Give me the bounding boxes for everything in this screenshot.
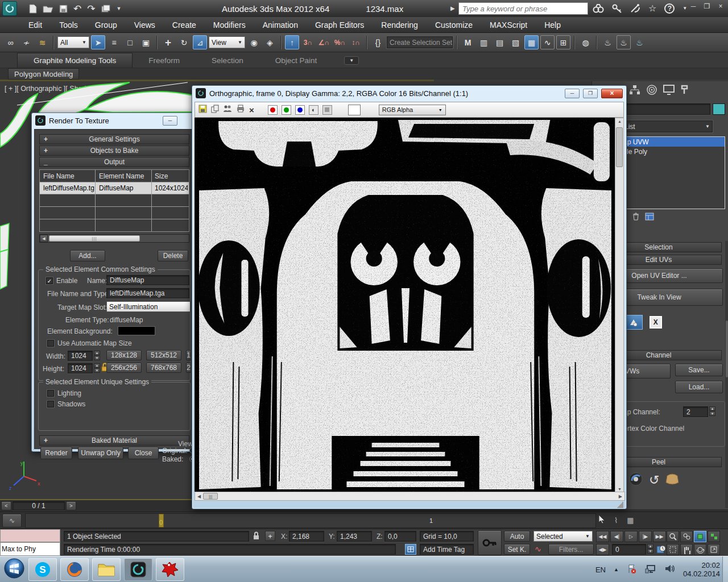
start-button[interactable] (3, 558, 25, 581)
hierarchy-tab-icon[interactable] (628, 84, 641, 98)
toolbar-separator[interactable] (53, 36, 54, 49)
delete-element-button[interactable]: Delete (158, 250, 188, 261)
menu-item[interactable]: MAXScript (490, 20, 527, 30)
unlink-selection-icon[interactable]: ≁ (19, 35, 34, 49)
language-indicator[interactable]: EN (595, 566, 606, 574)
taskbar-firefox-icon[interactable] (60, 558, 89, 581)
menu-item[interactable]: Graph Editors (315, 20, 364, 30)
track-bar-track[interactable]: 0 1 (25, 513, 596, 528)
next-frame-slider-icon[interactable]: > (66, 501, 76, 510)
zoom-extents-icon[interactable] (694, 531, 706, 542)
minimize-window-icon[interactable]: ─ (688, 2, 698, 10)
objects-to-bake-rollout[interactable]: +Objects to Bake (39, 146, 189, 156)
key-pencil-icon[interactable]: ⌇ (614, 516, 618, 525)
set-keys-button[interactable] (478, 530, 502, 555)
volume-icon[interactable] (664, 564, 675, 575)
reference-coordinate-dropdown[interactable]: View (209, 36, 245, 48)
toggle-ribbon-icon[interactable]: ▧ (508, 35, 523, 49)
map-channel-spinner[interactable]: ▲▼ (709, 406, 715, 416)
y-coordinate-field[interactable]: 1,243 (337, 531, 372, 542)
maximize-viewport-icon[interactable] (708, 544, 720, 555)
unwrap-only-button[interactable]: Unwrap Only (78, 447, 123, 459)
configure-modifier-sets-icon[interactable] (645, 213, 654, 223)
rfw-hscroll-thumb[interactable]: ||| (203, 493, 218, 500)
mini-curve-editor-icon[interactable]: ∿ (2, 514, 22, 527)
snap-toggle-3d-icon[interactable]: 3∩ (301, 35, 315, 49)
height-spinner[interactable]: ▲▼ (94, 363, 100, 373)
subscription-key-icon[interactable] (612, 4, 622, 13)
region-zoom-icon[interactable] (667, 544, 679, 555)
default-tangent-icon[interactable]: ∿ (535, 544, 541, 554)
copy-image-icon[interactable] (211, 105, 219, 115)
search-binoculars-icon[interactable] (593, 4, 604, 13)
rendered-image[interactable] (195, 118, 616, 493)
render-production-icon[interactable]: ♨ (632, 35, 647, 49)
menu-item[interactable]: Modifiers (213, 20, 246, 30)
display-tab-icon[interactable] (663, 84, 675, 98)
motion-tab-icon[interactable] (646, 84, 658, 98)
new-file-icon[interactable] (28, 4, 37, 14)
rfw-resize-grip[interactable] (617, 501, 623, 508)
go-to-end-icon[interactable]: ▶▶ (653, 531, 666, 542)
named-selection-set-dropdown[interactable]: Create Selection Set (387, 36, 453, 48)
rfw-vertical-scrollbar[interactable]: ▲ ▼ (615, 118, 624, 493)
selection-lock-icon[interactable] (253, 531, 260, 543)
target-map-slot-dropdown[interactable]: Self-Illumination (106, 301, 191, 312)
current-frame-field[interactable]: 0 (612, 544, 646, 555)
scroll-left-icon[interactable]: ◀ (40, 235, 48, 242)
add-time-tag-field[interactable]: Add Time Tag (420, 544, 474, 555)
viewport-layout-icon[interactable] (405, 544, 416, 555)
ribbon-tab[interactable]: Object Paint (259, 53, 333, 68)
rfw-minimize-icon[interactable]: ─ (565, 89, 580, 98)
blue-channel-icon[interactable] (295, 105, 305, 115)
set-key-button[interactable]: Set K. (504, 544, 530, 555)
favorites-star-icon[interactable]: ☆ (648, 3, 656, 14)
save-image-icon[interactable] (198, 105, 207, 115)
element-background-swatch[interactable] (118, 326, 155, 335)
workspace-dropdown-icon[interactable]: ▼ (117, 6, 122, 11)
select-and-rotate-icon[interactable]: ↻ (177, 35, 191, 49)
zoom-icon[interactable] (667, 531, 679, 542)
taskbar-red-app-icon[interactable] (156, 558, 184, 581)
menu-item[interactable]: Rendering (381, 20, 418, 30)
ribbon-minimize-icon[interactable]: ▼ (344, 56, 359, 65)
quick-peel-mode-icon[interactable] (624, 315, 643, 330)
channel-display-dropdown[interactable]: RGB Alpha ▼ (379, 105, 446, 115)
time-configuration-icon[interactable] (656, 544, 666, 556)
network-icon[interactable] (645, 564, 656, 576)
output-rollout[interactable]: _Output (39, 157, 189, 167)
window-crossing-icon[interactable]: ▣ (139, 35, 153, 49)
width-field[interactable]: 1024 (68, 351, 93, 361)
keyboard-override-icon[interactable]: ↑ (285, 35, 299, 49)
pelt-map-icon[interactable] (665, 472, 680, 488)
background-color-swatch[interactable] (348, 105, 361, 115)
rendered-frame-window-icon[interactable]: ♨ (617, 35, 631, 49)
rfw-titlebar[interactable]: Orthographic, frame 0, Display Gamma: 2,… (192, 86, 626, 101)
next-frame-icon[interactable]: |▶ (639, 531, 652, 542)
auto-key-button[interactable]: Auto (504, 531, 530, 542)
close-window-icon[interactable]: × (715, 2, 726, 10)
prev-frame-slider-icon[interactable]: < (1, 501, 11, 510)
baked-material-rollout[interactable]: +Baked Material (39, 435, 189, 446)
select-and-scale-icon[interactable]: ⊿ (193, 35, 207, 49)
maxscript-mini-listener[interactable]: Max to Phy (0, 542, 60, 556)
reset-peel-icon[interactable]: ↺ (649, 473, 659, 488)
help-dropdown-icon[interactable]: ▼ (682, 6, 687, 11)
toolbar-separator[interactable] (156, 36, 158, 49)
element-name-field[interactable]: DiffuseMap (106, 275, 189, 285)
time-slider-range[interactable]: 0 / 1 (13, 501, 65, 510)
select-and-move-icon[interactable]: + (161, 35, 175, 49)
rfw-restore-icon[interactable]: ❐ (583, 89, 598, 98)
menu-item[interactable]: Help (544, 20, 561, 30)
add-element-button[interactable]: Add... (70, 250, 105, 261)
pan-hand-icon[interactable] (680, 544, 693, 555)
menu-item[interactable]: Customize (435, 20, 473, 30)
application-menu-button[interactable] (2, 1, 17, 16)
rtt-minimize-icon[interactable]: ─ (163, 116, 177, 126)
key-mode-toggle-icon[interactable]: ◀▶ (596, 544, 609, 555)
align-icon[interactable]: ▥ (477, 35, 491, 49)
orbit-icon[interactable] (694, 544, 706, 555)
ribbon-tab[interactable]: Graphite Modeling Tools (17, 53, 133, 68)
help-search-input[interactable] (458, 2, 588, 15)
general-settings-rollout[interactable]: +General Settings (39, 134, 189, 144)
